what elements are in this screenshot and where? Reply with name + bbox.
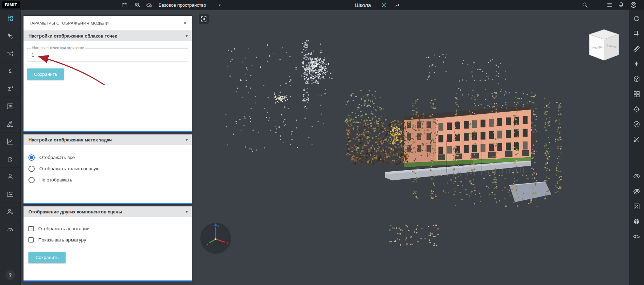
team-icon[interactable] [134,2,140,8]
option-label: Отображать аннотации [38,226,89,231]
briefcase-icon [121,2,128,8]
radio-control[interactable] [28,154,35,161]
x-axis-label: x [227,241,229,245]
org-chart-icon [6,120,14,128]
hierarchy-icon[interactable] [0,115,20,133]
bell-icon[interactable] [618,2,624,8]
save-point-cloud-button[interactable]: Сохранить [27,68,64,80]
circle-p-icon[interactable]: P [632,120,641,129]
svg-text:Σ: Σ [9,68,12,74]
bimit-app: BIMIT Базовое пространство ▾ Школа [0,0,644,285]
user-icon[interactable] [0,168,20,185]
view-cube[interactable]: Спереди Справа [586,25,622,64]
ruler-icon[interactable] [632,44,641,53]
radio-control[interactable] [28,166,35,172]
panel-card-other-components: Отображение других компонентов сцены ▾ О… [24,206,192,281]
person-icon [6,173,14,180]
search-icon[interactable] [582,2,588,8]
box-x-icon[interactable] [632,202,641,211]
viewfinder-icon [200,15,207,22]
user-location-icon[interactable] [0,203,20,220]
checkbox-option[interactable]: Показывать арматуру [28,236,192,244]
eye-icon[interactable] [632,172,641,181]
radio-option[interactable]: Отображать все [28,153,192,161]
svg-text:P: P [636,122,638,126]
chevron-down-icon[interactable]: ▾ [219,3,221,7]
close-icon[interactable]: × [181,19,189,27]
section-title: Настройки отображения облаков точек [28,33,117,39]
section-body-point-cloud: Интервал точек при отрисовке Сохранить [24,41,192,131]
radio-control[interactable] [28,177,35,183]
gear-icon[interactable] [381,2,387,8]
eye-off-icon[interactable] [632,187,641,196]
cursor-icon [6,32,14,40]
section-title: Настройки отображения меток задач [28,137,112,142]
magnifier-icon [582,2,588,8]
help-icon[interactable]: ? [5,270,15,280]
p-badge-icon: P [633,120,640,128]
share-icon[interactable] [394,2,401,8]
section-header-task-marks[interactable]: Настройки отображения меток задач ▾ [24,134,192,145]
point-interval-input[interactable] [27,48,188,61]
people-icon [134,2,140,8]
filled-cube-icon [633,218,640,225]
puzzle-icon [6,155,14,163]
dashboard-icon[interactable] [0,220,20,238]
sigma-plus-icon[interactable]: Σ+ [0,80,20,98]
checkbox-control[interactable] [28,226,34,231]
settings-gear-icon [381,2,387,8]
cube-wireframe-icon [633,75,640,83]
projects-icon[interactable] [121,2,128,8]
cloud-sync-icon[interactable] [146,2,152,8]
lightning-icon[interactable] [632,59,641,68]
chevron-down-icon: ▾ [186,210,188,214]
topbar: BIMIT Базовое пространство ▾ Школа [0,0,644,10]
checkbox-control[interactable] [28,237,34,243]
cube-orbit-icon[interactable] [632,232,641,241]
plugins-icon[interactable] [0,150,20,168]
select-window-icon[interactable] [632,29,641,38]
panel-titlebar: ПАРАМЕТРЫ ОТОБРАЖЕНИЯ МОДЕЛИ × [24,16,192,31]
z-axis-label: z [217,224,219,227]
chart-icon[interactable] [0,133,20,150]
radio-option[interactable]: Отображать только первую [28,165,192,173]
measure-icon [633,45,640,53]
section-header-point-cloud[interactable]: Настройки отображения облаков точек ▾ [24,31,192,41]
connections-icon[interactable] [0,45,20,62]
share-arrow-icon [394,2,401,8]
workspace-selector[interactable]: Базовое пространство [159,2,206,8]
focus-icon[interactable] [199,14,209,24]
list-icon[interactable] [606,2,612,8]
account-icon[interactable] [630,1,637,8]
section-divider [24,280,192,281]
section-cube-icon[interactable] [632,74,641,84]
select-tool-icon[interactable] [0,27,20,45]
scene-structure-icon[interactable] [0,10,20,27]
four-squares-icon [633,90,640,98]
section-header-other[interactable]: Отображение других компонентов сцены ▾ [24,206,192,217]
sum-icon: Σ [6,67,14,75]
sigma-icon[interactable]: Σ [0,62,20,80]
axis-gizmo[interactable]: x y z [199,221,233,255]
model-display-panel: ПАРАМЕТРЫ ОТОБРАЖЕНИЯ МОДЕЛИ × Настройки… [24,16,192,281]
select-rect-cursor-icon [633,30,640,38]
option-label: Отображать только первую [39,166,100,171]
grid-icon[interactable] [632,90,641,99]
orbit-reset-icon[interactable] [632,14,641,23]
save-other-button[interactable]: Сохранить [28,252,66,263]
right-toolbar: P [629,10,644,285]
refresh-orbit-icon [633,15,640,22]
shared-folder-icon[interactable] [0,185,20,203]
project-title: Школа [355,2,371,8]
chevron-down-icon: ▾ [186,138,188,142]
target-icon[interactable] [632,105,641,114]
option-label: Не отображать [39,177,72,183]
cube-solid-icon[interactable] [632,217,641,226]
checkbox-option[interactable]: Отображать аннотации [28,225,192,233]
radio-option[interactable]: Не отображать [28,176,192,184]
panel-title: ПАРАМЕТРЫ ОТОБРАЖЕНИЯ МОДЕЛИ [28,21,109,25]
2d-view-icon[interactable]: 2D [0,98,20,115]
panel-card-point-cloud: ПАРАМЕТРЫ ОТОБРАЖЕНИЯ МОДЕЛИ × Настройки… [24,16,192,132]
section-plane-icon[interactable] [632,135,641,144]
gauge-icon [6,225,14,233]
